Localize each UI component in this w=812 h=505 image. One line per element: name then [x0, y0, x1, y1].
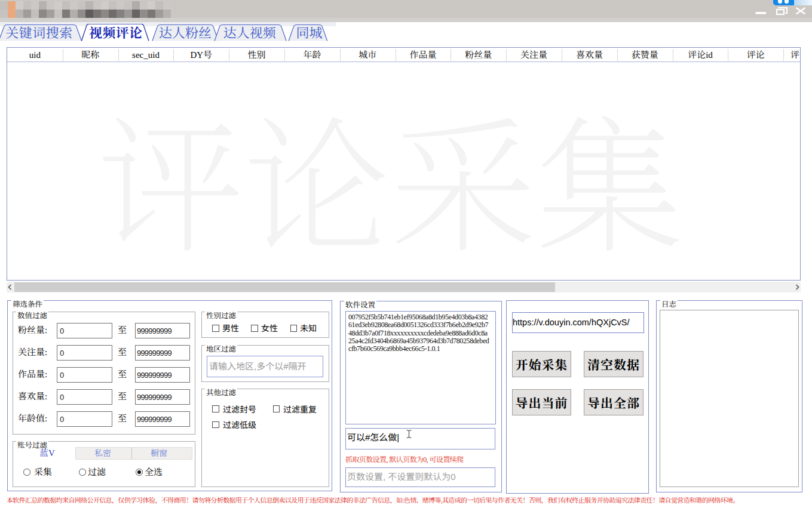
- svg-text:达人粉丝: 达人粉丝: [159, 26, 212, 41]
- svg-text:达人视频: 达人视频: [223, 26, 277, 41]
- svg-text:视频评论: 视频评论: [89, 26, 142, 41]
- svg-text:关键词搜索: 关键词搜索: [5, 26, 73, 41]
- svg-text:同城: 同城: [296, 26, 323, 41]
